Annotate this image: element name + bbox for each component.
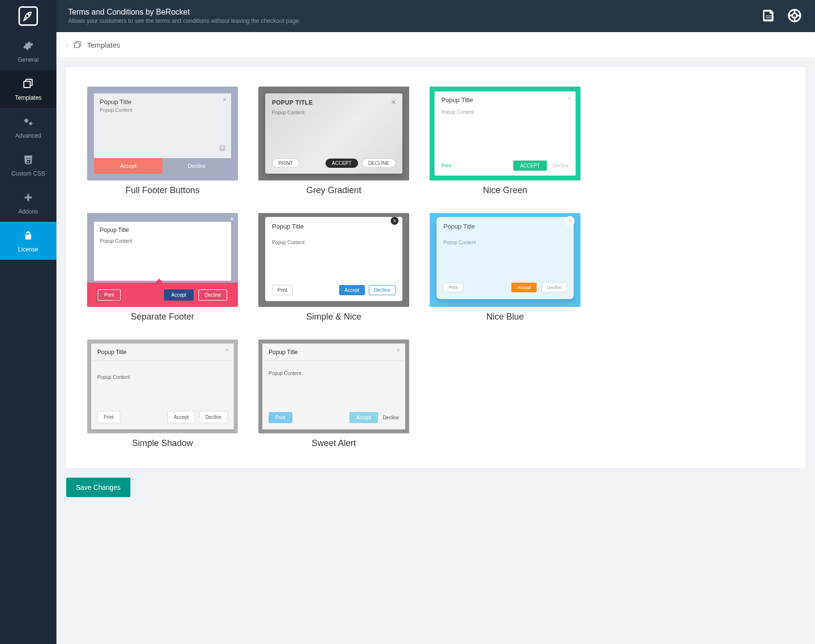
template-grey-gradient[interactable]: ✕ POPUP TITLE Popup Content PRINT ACCEPT… — [258, 87, 409, 180]
popup-title: Popup Title — [265, 217, 402, 233]
close-icon: × — [223, 96, 226, 103]
svg-rect-7 — [74, 43, 79, 48]
popup-title: POPUP TITLE — [265, 93, 402, 109]
rocket-icon — [22, 10, 34, 22]
content: × Popup Title Popup Content Accept Decli… — [66, 67, 805, 468]
popup-title: Popup Title — [91, 344, 234, 361]
unlock-icon — [21, 229, 35, 242]
template-label: Grey Gradient — [306, 185, 361, 196]
template-simple-nice[interactable]: X Popup Title Popup Content Print Accept… — [258, 213, 409, 307]
accept-button: Accept — [349, 412, 378, 423]
template-nice-green[interactable]: × Popup Title Popup Content Print ACCEPT… — [430, 87, 580, 180]
breadcrumb-label: Templates — [87, 41, 120, 49]
accept-button: Accept — [339, 285, 365, 295]
template-label: Simple & Nice — [306, 312, 361, 322]
accept-button: ACCEPT — [513, 161, 547, 171]
sidebar-item-custom-css[interactable]: Custom CSS — [0, 146, 56, 184]
breadcrumb: › Templates — [56, 32, 815, 57]
popup-title: Popup Title — [436, 217, 574, 233]
template-label: Simple Shadow — [132, 438, 193, 448]
svg-rect-10 — [221, 149, 224, 151]
chevron-right-icon: › — [66, 41, 69, 49]
page-title: Terms and Conditions by BeRocket — [68, 8, 761, 17]
popup-title: Popup Title — [435, 91, 576, 107]
sidebar-item-addons[interactable]: Addons — [0, 184, 56, 222]
decline-button: Decline — [199, 411, 228, 423]
header: Terms and Conditions by BeRocket Allows … — [56, 0, 815, 32]
template-sweet-alert[interactable]: × Popup Title Popup Content Print Accept… — [258, 340, 409, 433]
popup-title: Popup Title — [94, 222, 231, 235]
decline-button: Decline — [542, 283, 567, 292]
template-label: Nice Blue — [486, 312, 524, 322]
accept-button: Accept — [94, 158, 163, 174]
accept-button: Accept — [164, 289, 194, 301]
template-simple-shadow[interactable]: × Popup Title Popup Content Print Accept… — [87, 340, 238, 433]
page-subtitle: Allows your customers to see the terms a… — [68, 18, 761, 24]
sidebar-item-label: Advanced — [15, 132, 41, 139]
svg-rect-1 — [24, 81, 30, 88]
save-button[interactable]: Save Changes — [66, 478, 130, 497]
sidebar-item-label: Custom CSS — [11, 170, 45, 177]
popup-content: Popup Content — [265, 233, 402, 280]
popup-content: Popup Content — [94, 235, 231, 247]
close-icon: X — [391, 217, 398, 225]
svg-point-5 — [792, 13, 797, 18]
decline-button: Decline — [163, 158, 231, 174]
decline-button: Decline — [383, 415, 399, 420]
template-label: Full Footer Buttons — [126, 185, 199, 196]
decline-button: Decline — [369, 285, 396, 295]
accept-button: Accept — [167, 411, 195, 423]
logo — [0, 0, 56, 32]
template-label: Sweet Alert — [311, 438, 356, 448]
close-icon: ✕ — [391, 98, 397, 106]
popup-title: Popup Title — [94, 93, 231, 107]
close-icon: × — [397, 347, 400, 354]
docs-icon[interactable] — [761, 8, 777, 24]
sidebar-item-label: Addons — [18, 208, 38, 215]
popup-content: Popup Content — [91, 361, 234, 406]
printer-icon — [218, 144, 226, 154]
templates-icon — [73, 40, 82, 49]
print-button: Print — [269, 412, 292, 423]
support-icon[interactable] — [787, 8, 803, 24]
sidebar-item-label: Templates — [15, 94, 42, 101]
template-nice-blue[interactable]: × Popup Title Popup Content Print Accept… — [430, 213, 580, 307]
popup-content: Popup Content — [94, 107, 231, 158]
plus-icon — [21, 191, 35, 204]
css-icon — [21, 153, 35, 166]
sidebar-item-templates[interactable]: Templates — [0, 70, 56, 108]
print-button: Print — [272, 285, 293, 295]
popup-content: Popup Content — [265, 109, 402, 154]
print-button: PRINT — [272, 159, 299, 168]
accept-button: ACCEPT — [326, 159, 358, 168]
print-button: Print — [441, 163, 452, 168]
print-button: Print — [98, 289, 121, 301]
popup-content: Popup Content — [435, 107, 576, 156]
template-full-footer-buttons[interactable]: × Popup Title Popup Content Accept Decli… — [87, 87, 238, 180]
popup-content: Popup Content — [263, 361, 405, 407]
print-button: Print — [97, 411, 120, 423]
sidebar-item-label: General — [18, 56, 39, 63]
popup-content: Popup Content — [436, 233, 574, 278]
sidebar-item-general[interactable]: General — [0, 32, 56, 70]
accept-button: Accept — [511, 283, 537, 292]
sidebar-item-license[interactable]: License — [0, 222, 56, 260]
decline-button: Decline — [199, 289, 227, 301]
sidebar: General Templates Advanced Custom CSS Ad… — [0, 0, 56, 644]
template-label: Separate Footer — [131, 312, 194, 322]
templates-icon — [21, 77, 35, 90]
gears-icon — [21, 115, 35, 128]
print-button: Print — [443, 283, 463, 292]
sidebar-item-label: License — [18, 246, 38, 253]
popup-title: Popup Title — [263, 344, 405, 361]
template-separate-footer[interactable]: × Popup Title Popup Content Print Accept… — [87, 213, 238, 307]
decline-button: Decline — [553, 163, 569, 168]
close-icon: × — [225, 347, 229, 354]
close-icon: × — [567, 95, 571, 102]
gear-icon — [21, 39, 35, 53]
template-label: Nice Green — [483, 185, 527, 196]
close-icon: × — [565, 216, 575, 226]
sidebar-item-advanced[interactable]: Advanced — [0, 108, 56, 146]
decline-button: DECLINE — [362, 159, 396, 168]
